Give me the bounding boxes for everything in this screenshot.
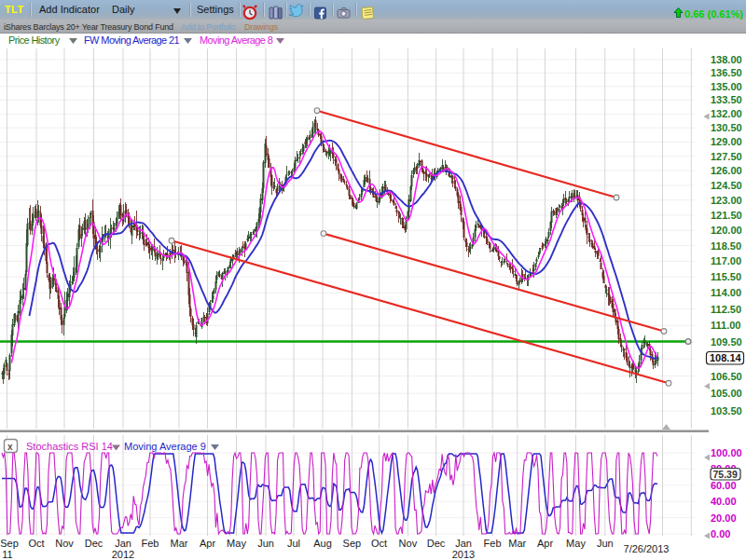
svg-text:118.50: 118.50 bbox=[711, 240, 741, 252]
svg-text:124.50: 124.50 bbox=[711, 180, 742, 191]
svg-text:2012: 2012 bbox=[112, 549, 134, 560]
svg-text:Sep: Sep bbox=[0, 538, 19, 549]
svg-text:115.50: 115.50 bbox=[711, 271, 741, 282]
svg-text:Stochastics RSI 14: Stochastics RSI 14 bbox=[26, 441, 113, 452]
svg-text:Jul: Jul bbox=[287, 538, 300, 549]
svg-text:109.50: 109.50 bbox=[711, 336, 742, 348]
svg-text:117.00: 117.00 bbox=[711, 255, 741, 266]
svg-text:120.00: 120.00 bbox=[711, 225, 742, 236]
svg-text:121.50: 121.50 bbox=[711, 210, 742, 221]
svg-text:136.50: 136.50 bbox=[711, 67, 742, 78]
svg-text:20.00: 20.00 bbox=[711, 512, 737, 524]
svg-text:May: May bbox=[566, 538, 586, 549]
svg-text:Dec: Dec bbox=[85, 538, 104, 549]
svg-text:0.00: 0.00 bbox=[711, 528, 730, 540]
svg-text:133.50: 133.50 bbox=[711, 94, 742, 105]
svg-text:Moving Average 9: Moving Average 9 bbox=[124, 441, 206, 452]
svg-text:Oct: Oct bbox=[371, 538, 387, 549]
svg-text:Jan: Jan bbox=[115, 538, 131, 549]
svg-text:40.00: 40.00 bbox=[711, 496, 737, 507]
svg-text:111.00: 111.00 bbox=[711, 320, 740, 331]
svg-text:127.50: 127.50 bbox=[711, 151, 742, 162]
svg-text:2013: 2013 bbox=[452, 549, 475, 560]
svg-text:108.14: 108.14 bbox=[710, 352, 742, 363]
svg-text:Jun: Jun bbox=[597, 538, 614, 549]
svg-text:Mar: Mar bbox=[171, 538, 188, 549]
svg-text:138.00: 138.00 bbox=[711, 54, 742, 65]
svg-text:Jun: Jun bbox=[257, 538, 274, 549]
svg-text:x: x bbox=[7, 442, 13, 452]
svg-text:130.50: 130.50 bbox=[711, 122, 742, 133]
svg-text:75.39: 75.39 bbox=[713, 469, 738, 480]
svg-text:Feb: Feb bbox=[484, 538, 502, 549]
svg-text:Apr: Apr bbox=[200, 538, 215, 549]
svg-text:100.00: 100.00 bbox=[711, 447, 742, 458]
svg-text:106.50: 106.50 bbox=[711, 371, 742, 382]
svg-text:11: 11 bbox=[2, 549, 12, 560]
svg-text:Aug: Aug bbox=[313, 538, 332, 549]
svg-text:126.00: 126.00 bbox=[711, 165, 742, 176]
svg-text:123.00: 123.00 bbox=[711, 195, 742, 206]
svg-text:Dec: Dec bbox=[427, 538, 446, 549]
svg-text:112.50: 112.50 bbox=[711, 304, 741, 315]
svg-text:Sep: Sep bbox=[343, 538, 362, 549]
svg-text:0.66 (0.61%): 0.66 (0.61%) bbox=[684, 8, 743, 20]
svg-text:60.00: 60.00 bbox=[711, 480, 737, 491]
svg-text:132.00: 132.00 bbox=[711, 108, 742, 119]
svg-text:Nov: Nov bbox=[399, 538, 418, 549]
svg-text:Oct: Oct bbox=[28, 538, 44, 549]
svg-text:Nov: Nov bbox=[55, 538, 74, 549]
svg-text:Jan: Jan bbox=[455, 538, 472, 549]
svg-text:Mar: Mar bbox=[508, 538, 526, 549]
svg-text:Feb: Feb bbox=[142, 538, 159, 549]
svg-text:129.00: 129.00 bbox=[711, 136, 742, 147]
svg-text:103.50: 103.50 bbox=[711, 405, 742, 417]
svg-text:105.00: 105.00 bbox=[711, 388, 742, 399]
svg-text:7/26/2013: 7/26/2013 bbox=[624, 543, 670, 554]
svg-text:Apr: Apr bbox=[537, 538, 553, 549]
svg-text:May: May bbox=[227, 538, 246, 549]
svg-text:114.00: 114.00 bbox=[711, 287, 741, 298]
svg-text:135.00: 135.00 bbox=[711, 81, 742, 92]
